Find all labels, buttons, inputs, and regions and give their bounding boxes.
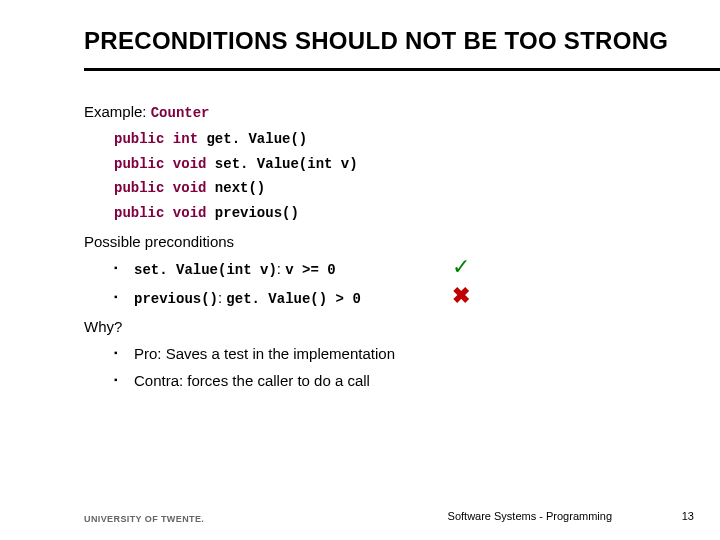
sig-type: int (173, 131, 198, 147)
example-class: Counter (151, 105, 210, 121)
sig-type: void (173, 156, 207, 172)
precondition-item: set. Value(int v): v >= 0 ✓ (114, 258, 720, 281)
why-heading: Why? (84, 316, 720, 337)
precond-method: set. Value(int v) (134, 262, 277, 278)
why-point: Contra: forces the caller to do a call (114, 370, 720, 391)
title-rule (84, 68, 720, 71)
signature-line: public void next() (114, 179, 720, 199)
why-point: Pro: Saves a test in the implementation (114, 343, 720, 364)
precondition-item: previous(): get. Value() > 0 ✖ (114, 287, 720, 310)
slide-body: Example: Counter public int get. Value()… (84, 101, 720, 390)
sig-name: next() (215, 180, 265, 196)
sig-keyword: public (114, 180, 164, 196)
precond-method: previous() (134, 291, 218, 307)
page-number: 13 (682, 510, 694, 522)
sig-keyword: public (114, 205, 164, 221)
signature-line: public int get. Value() (114, 130, 720, 150)
precondition-row: previous(): get. Value() > 0 ✖ (134, 287, 720, 310)
precond-cond: get. Value() > 0 (226, 291, 360, 307)
signature-line: public void previous() (114, 204, 720, 224)
signature-line: public void set. Value(int v) (114, 155, 720, 175)
sig-name: previous() (215, 205, 299, 221)
slide-title: PRECONDITIONS SHOULD NOT BE TOO STRONG (84, 28, 680, 54)
example-label: Example: (84, 103, 147, 120)
cross-icon: ✖ (452, 287, 470, 305)
sig-keyword: public (114, 156, 164, 172)
sig-type: void (173, 205, 207, 221)
precond-cond: v >= 0 (285, 262, 335, 278)
sig-type: void (173, 180, 207, 196)
precondition-row: set. Value(int v): v >= 0 ✓ (134, 258, 720, 281)
sig-keyword: public (114, 131, 164, 147)
sig-name: get. Value() (206, 131, 307, 147)
slide: PRECONDITIONS SHOULD NOT BE TOO STRONG E… (0, 0, 720, 540)
footer-course: Software Systems - Programming (448, 510, 612, 522)
precond-sep: : (277, 260, 285, 277)
preconditions-heading: Possible preconditions (84, 231, 720, 252)
footer-university: UNIVERSITY OF TWENTE. (84, 514, 204, 524)
why-list: Pro: Saves a test in the implementation … (114, 343, 720, 391)
example-line: Example: Counter (84, 101, 720, 124)
check-icon: ✓ (452, 258, 470, 276)
sig-name: set. Value(int v) (215, 156, 358, 172)
preconditions-list: set. Value(int v): v >= 0 ✓ previous(): … (114, 258, 720, 309)
